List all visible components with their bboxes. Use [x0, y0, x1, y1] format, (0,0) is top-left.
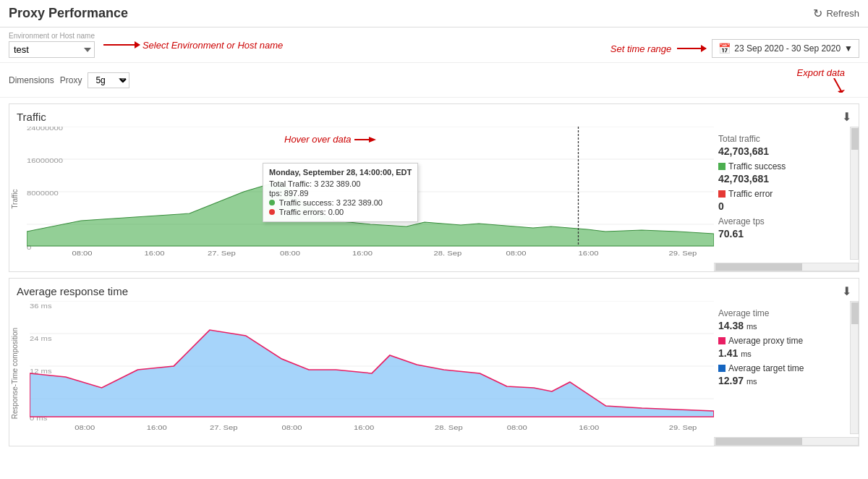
date-range-button[interactable]: 📅 23 Sep 2020 - 30 Sep 2020 ▼	[712, 39, 859, 58]
svg-text:36 ms: 36 ms	[30, 302, 52, 310]
error-legend-label: Traffic error	[728, 189, 773, 199]
traffic-download-button[interactable]: ⬇	[842, 110, 851, 124]
tooltip-title: Monday, September 28, 14:00:00, EDT	[269, 168, 412, 177]
proxy-time-legend-icon	[718, 337, 726, 344]
svg-text:16:00: 16:00	[145, 250, 165, 257]
env-section: Environment or Host name test	[9, 32, 95, 58]
hover-annotation: Hover over data	[284, 134, 376, 145]
refresh-icon: ↻	[813, 7, 822, 20]
svg-text:16:00: 16:00	[579, 250, 599, 257]
svg-text:08:00: 08:00	[72, 250, 93, 257]
tooltip-total: Total Traffic: 3 232 389.00	[269, 179, 412, 188]
svg-marker-23	[369, 137, 376, 143]
success-legend: Traffic success	[718, 161, 851, 171]
dimensions-label: Dimensions	[9, 75, 54, 85]
charts-area[interactable]: Traffic ⬇ Traffic 24000000 16000000 8000…	[0, 98, 868, 479]
tooltip-tps: tps: 897.89	[269, 189, 412, 198]
scrollbar-thumb	[851, 128, 859, 150]
export-arrow	[823, 78, 845, 93]
svg-text:29. Sep: 29. Sep	[669, 250, 697, 257]
hover-arrow	[354, 135, 376, 145]
svg-text:24000000: 24000000	[27, 127, 63, 132]
svg-text:16:00: 16:00	[354, 424, 374, 431]
avg-tps-label: Average tps	[718, 216, 851, 226]
svg-text:27. Sep: 27. Sep	[210, 424, 238, 431]
tooltip-success: Traffic success: 3 232 389.00	[269, 198, 412, 207]
response-side-scrollbar-v[interactable]	[850, 301, 859, 434]
proxy-time-legend: Average proxy time	[718, 336, 851, 346]
side-scrollbar-v[interactable]	[850, 127, 859, 260]
error-value: 0	[718, 200, 851, 212]
response-scrollbar-h-thumb	[715, 438, 802, 445]
total-traffic-label: Total traffic	[718, 134, 851, 144]
success-legend-label: Traffic success	[728, 161, 786, 171]
response-chart-side: Average time 14.38 ms Average proxy time…	[714, 301, 859, 446]
response-chart-panel: Average response time ⬇ Response-Time co…	[9, 278, 859, 446]
refresh-label: Refresh	[826, 8, 859, 19]
traffic-chart-title: Traffic	[17, 111, 46, 123]
svg-text:08:00: 08:00	[282, 424, 302, 431]
page-header: Proxy Performance ↻ Refresh	[0, 0, 868, 27]
target-time-legend-icon	[718, 365, 726, 372]
response-chart-header: Average response time ⬇	[9, 279, 859, 301]
proxy-select-wrapper: 5g	[88, 72, 129, 88]
svg-text:16:00: 16:00	[147, 424, 167, 431]
response-scrollbar-thumb	[851, 302, 859, 324]
dimensions-bar: Dimensions Proxy 5g Export data	[0, 63, 868, 98]
page-title: Proxy Performance	[9, 6, 128, 21]
svg-text:08:00: 08:00	[280, 250, 300, 257]
export-annotation: Export data	[797, 67, 846, 78]
traffic-chart-body: Traffic 24000000 16000000 8000000 0	[9, 127, 859, 271]
tooltip-errors: Traffic errors: 0.00	[269, 208, 412, 216]
response-chart-svg: 36 ms 24 ms 12 ms 0 ms 08:00 16:00 27. S…	[30, 301, 714, 431]
response-y-axis-label: Response-Time composition	[11, 328, 19, 419]
svg-text:08:00: 08:00	[75, 424, 95, 431]
time-arrow	[677, 48, 706, 49]
traffic-y-axis-label: Traffic	[11, 189, 19, 208]
svg-marker-33	[30, 330, 714, 417]
svg-text:8000000: 8000000	[27, 190, 59, 197]
proxy-select[interactable]: 5g	[88, 72, 129, 88]
svg-text:28. Sep: 28. Sep	[435, 424, 463, 431]
toolbar: Environment or Host name test Select Env…	[0, 27, 868, 63]
success-value: 42,703,681	[718, 173, 851, 185]
env-annotation: Select Environment or Host name	[103, 40, 283, 51]
success-legend-icon	[718, 163, 726, 170]
traffic-chart-side: Total traffic 42,703,681 Traffic success…	[714, 127, 859, 271]
target-time-legend-label: Average target time	[728, 363, 804, 373]
env-label: Environment or Host name	[9, 32, 95, 40]
calendar-icon: 📅	[718, 43, 731, 54]
refresh-button[interactable]: ↻ Refresh	[813, 7, 859, 20]
response-side-scrollbar-h[interactable]	[714, 437, 859, 446]
traffic-chart-panel: Traffic ⬇ Traffic 24000000 16000000 8000…	[9, 103, 859, 272]
target-time-value: 12.97 ms	[718, 375, 851, 386]
proxy-time-value: 1.41 ms	[718, 347, 851, 359]
error-legend-icon	[718, 190, 726, 198]
proxy-label: Proxy	[60, 75, 82, 85]
side-scrollbar-h[interactable]	[714, 263, 859, 271]
avg-tps-value: 70.61	[718, 228, 851, 240]
svg-text:27. Sep: 27. Sep	[208, 250, 236, 257]
scrollbar-h-thumb	[715, 263, 802, 271]
total-traffic-value: 42,703,681	[718, 145, 851, 157]
svg-text:16:00: 16:00	[352, 250, 373, 257]
time-annotation: Set time range	[610, 43, 672, 54]
svg-text:29. Sep: 29. Sep	[669, 424, 697, 431]
env-select[interactable]: test	[9, 41, 95, 58]
traffic-chart-header: Traffic ⬇	[9, 104, 859, 127]
avg-time-value: 14.38 ms	[718, 320, 851, 331]
response-chart-title: Average response time	[17, 285, 128, 297]
traffic-tooltip: Monday, September 28, 14:00:00, EDT Tota…	[263, 163, 418, 222]
success-dot	[269, 200, 275, 205]
proxy-time-legend-label: Average proxy time	[728, 336, 803, 346]
error-legend: Traffic error	[718, 189, 851, 199]
response-download-button[interactable]: ⬇	[842, 284, 851, 298]
svg-text:08:00: 08:00	[507, 424, 527, 431]
chevron-down-icon: ▼	[844, 43, 853, 54]
time-section: Set time range 📅 23 Sep 2020 - 30 Sep 20…	[610, 39, 859, 58]
error-dot	[269, 209, 275, 215]
svg-text:24 ms: 24 ms	[30, 335, 52, 342]
avg-time-label: Average time	[718, 308, 851, 318]
svg-text:08:00: 08:00	[506, 250, 527, 257]
svg-text:28. Sep: 28. Sep	[434, 250, 462, 257]
